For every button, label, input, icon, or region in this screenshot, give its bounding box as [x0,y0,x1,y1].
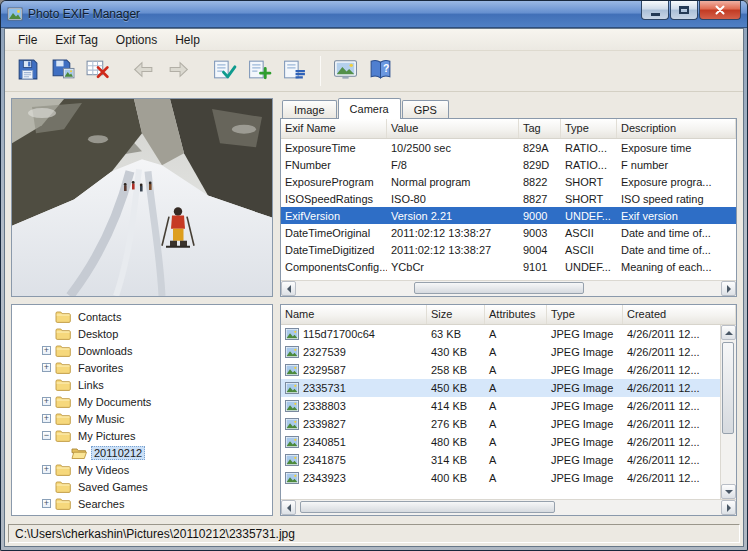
exif-row[interactable]: ExposureProgramNormal program8822SHORTEx… [281,173,736,190]
tree-item-searches[interactable]: +Searches [12,495,272,512]
window-controls [640,1,741,20]
file-column-header[interactable]: Type [547,305,623,324]
previous-image-button[interactable] [126,55,161,88]
scroll-up-button[interactable] [721,325,736,340]
scroll-left-button[interactable] [281,281,296,296]
menu-exif-tag[interactable]: Exif Tag [46,29,106,50]
file-horizontal-scrollbar[interactable] [281,499,736,515]
toolbar: ? [5,51,743,92]
save-image-button[interactable] [45,55,80,88]
scrollbar-track[interactable] [296,281,721,296]
tree-item-my-pictures[interactable]: −My Pictures [12,427,272,444]
scrollbar-track[interactable] [721,340,736,484]
close-button[interactable] [699,1,741,20]
tree-label: My Videos [75,463,132,477]
file-column-header[interactable]: Size [427,305,485,324]
file-name: 2341875 [303,454,346,466]
file-row[interactable]: 2339827276 KBAJPEG Image4/26/2011 12... [281,415,720,433]
tree-item-saved-games[interactable]: Saved Games [12,478,272,495]
folder-icon [55,310,71,323]
file-row[interactable]: 2338803414 KBAJPEG Image4/26/2011 12... [281,397,720,415]
tree-item-desktop[interactable]: Desktop [12,325,272,342]
tree-item-favorites[interactable]: +Favorites [12,359,272,376]
exif-row[interactable]: DateTimeDigitized2011:02:12 13:38:279004… [281,241,736,258]
exif-column-header[interactable]: Exif Name [281,119,387,138]
tree-expander[interactable]: − [42,431,51,440]
file-cell: A [485,328,547,340]
scrollbar-thumb[interactable] [414,282,584,294]
tab-gps[interactable]: GPS [402,100,449,119]
arrow-left-icon [131,57,156,85]
app-icon [7,6,23,22]
tree-item-my-documents[interactable]: +My Documents [12,393,272,410]
tree-expander[interactable]: + [42,499,51,508]
exif-row[interactable]: ExposureTime10/2500 sec829ARATIO...Expos… [281,139,736,156]
menu-file[interactable]: File [9,29,46,50]
exif-column-header[interactable]: Tag [519,119,561,138]
tree-item-links[interactable]: Links [12,376,272,393]
scroll-right-button[interactable] [721,281,736,296]
jpeg-file-icon [285,472,299,484]
exif-row[interactable]: DateTimeOriginal2011:02:12 13:38:279003A… [281,224,736,241]
file-row[interactable]: 2341875314 KBAJPEG Image4/26/2011 12... [281,451,720,469]
file-row[interactable]: 115d71700c6463 KBAJPEG Image4/26/2011 12… [281,325,720,343]
tree-item-my-music[interactable]: +My Music [12,410,272,427]
exif-horizontal-scrollbar[interactable] [281,280,736,296]
file-row[interactable]: 2335731450 KBAJPEG Image4/26/2011 12... [281,379,720,397]
exif-row[interactable]: ISOSpeedRatingsISO-808827SHORTISO speed … [281,190,736,207]
delete-exif-button[interactable] [80,55,115,88]
exif-row[interactable]: ExifVersionVersion 2.219000UNDEF...Exif … [281,207,736,224]
svg-text:?: ? [383,63,389,74]
menu-help[interactable]: Help [166,29,209,50]
exif-column-header[interactable]: Value [387,119,519,138]
scrollbar-track[interactable] [296,500,721,515]
file-row[interactable]: 2329587258 KBAJPEG Image4/26/2011 12... [281,361,720,379]
scrollbar-thumb[interactable] [722,342,734,434]
file-column-header[interactable]: Attributes [485,305,547,324]
jpeg-file-icon [285,328,299,340]
scrollbar-thumb[interactable] [300,501,555,513]
scroll-right-button[interactable] [721,500,736,515]
file-row[interactable]: 2327539430 KBAJPEG Image4/26/2011 12... [281,343,720,361]
file-row[interactable]: 2343923400 KBAJPEG Image4/26/2011 12... [281,469,720,487]
tree-expander[interactable]: + [42,414,51,423]
edit-tag-button[interactable] [207,55,242,88]
file-column-header[interactable]: Created [623,305,736,324]
tree-label: Links [75,378,107,392]
tree-item-contacts[interactable]: Contacts [12,308,272,325]
tree-item-downloads[interactable]: +Downloads [12,342,272,359]
scroll-down-button[interactable] [721,484,736,499]
minimize-button[interactable] [641,1,669,20]
file-name: 2339827 [303,418,346,430]
image-viewer-button[interactable] [328,55,363,88]
tree-expander[interactable]: + [42,363,51,372]
tab-camera[interactable]: Camera [338,98,401,119]
title-bar[interactable]: Photo EXIF Manager [1,1,747,28]
tree-expander[interactable]: + [42,465,51,474]
file-cell: 2340851 [281,436,427,448]
save-exif-button[interactable] [10,55,45,88]
tab-image[interactable]: Image [282,100,337,119]
add-tag-button[interactable] [242,55,277,88]
menu-options[interactable]: Options [107,29,166,50]
tree-item-my-videos[interactable]: +My Videos [12,461,272,478]
exif-row[interactable]: FNumberF/8829DRATIO...F number [281,156,736,173]
file-vertical-scrollbar[interactable] [720,325,736,499]
file-row[interactable]: 2340851480 KBAJPEG Image4/26/2011 12... [281,433,720,451]
tag-list-button[interactable] [277,55,312,88]
tree-expander[interactable]: + [42,346,51,355]
file-column-header[interactable]: Name [281,305,427,324]
next-image-button[interactable] [161,55,196,88]
tree-item-20110212[interactable]: 20110212 [12,444,272,461]
help-button[interactable]: ? [363,55,398,88]
file-cell: A [485,454,547,466]
tree-expander[interactable]: + [42,397,51,406]
file-cell: A [485,346,547,358]
exif-column-header[interactable]: Type [561,119,617,138]
exif-column-header[interactable]: Description [617,119,736,138]
folder-icon [55,361,71,374]
exif-cell: Normal program [387,176,519,188]
scroll-left-button[interactable] [281,500,296,515]
exif-row[interactable]: ComponentsConfig...YCbCr9101UNDEF...Mean… [281,258,736,275]
maximize-button[interactable] [670,1,698,20]
